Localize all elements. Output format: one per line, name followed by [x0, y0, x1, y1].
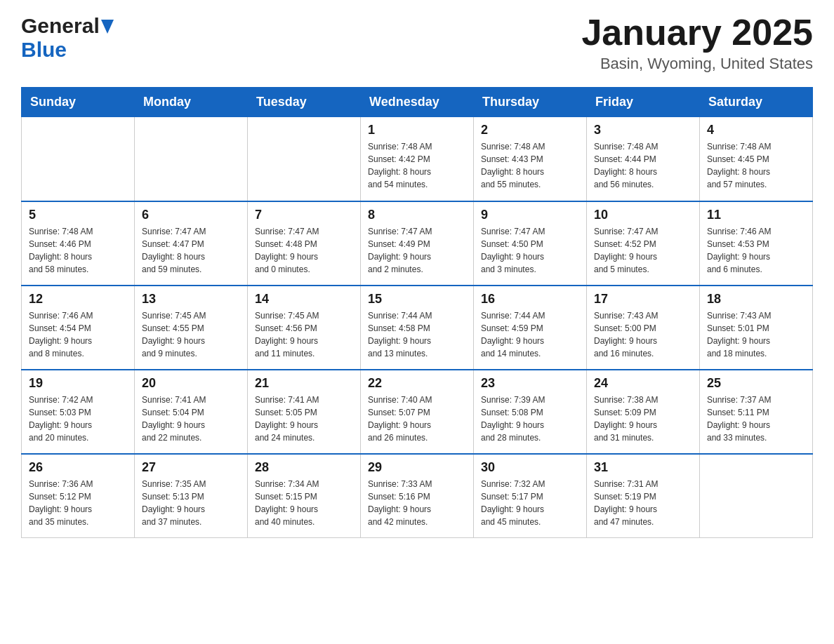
calendar-cell: 15Sunrise: 7:44 AM Sunset: 4:58 PM Dayli… [361, 286, 474, 370]
day-info: Sunrise: 7:34 AM Sunset: 5:15 PM Dayligh… [255, 478, 353, 528]
day-number: 16 [481, 292, 579, 307]
day-number: 28 [255, 460, 353, 475]
day-number: 19 [29, 376, 127, 391]
day-number: 5 [29, 208, 127, 222]
day-number: 23 [481, 376, 579, 391]
day-info: Sunrise: 7:47 AM Sunset: 4:52 PM Dayligh… [594, 225, 692, 276]
calendar-week-row: 26Sunrise: 7:36 AM Sunset: 5:12 PM Dayli… [22, 454, 813, 538]
day-number: 30 [481, 460, 579, 475]
logo: General Blue [21, 14, 114, 62]
day-info: Sunrise: 7:48 AM Sunset: 4:43 PM Dayligh… [481, 140, 579, 191]
day-number: 11 [707, 208, 805, 222]
day-info: Sunrise: 7:47 AM Sunset: 4:48 PM Dayligh… [255, 225, 353, 276]
day-info: Sunrise: 7:46 AM Sunset: 4:53 PM Dayligh… [707, 225, 805, 276]
location-text: Basin, Wyoming, United States [581, 55, 813, 73]
day-number: 24 [594, 376, 692, 391]
day-info: Sunrise: 7:45 AM Sunset: 4:56 PM Dayligh… [255, 309, 353, 360]
calendar-cell: 13Sunrise: 7:45 AM Sunset: 4:55 PM Dayli… [135, 286, 248, 370]
calendar-cell: 1Sunrise: 7:48 AM Sunset: 4:42 PM Daylig… [361, 117, 474, 201]
day-info: Sunrise: 7:40 AM Sunset: 5:07 PM Dayligh… [368, 394, 466, 444]
day-info: Sunrise: 7:47 AM Sunset: 4:47 PM Dayligh… [142, 225, 240, 276]
day-info: Sunrise: 7:48 AM Sunset: 4:46 PM Dayligh… [29, 225, 127, 276]
calendar-cell: 23Sunrise: 7:39 AM Sunset: 5:08 PM Dayli… [474, 370, 587, 454]
day-header-friday: Friday [587, 88, 700, 117]
calendar-cell: 4Sunrise: 7:48 AM Sunset: 4:45 PM Daylig… [700, 117, 813, 201]
calendar-cell: 21Sunrise: 7:41 AM Sunset: 5:05 PM Dayli… [248, 370, 361, 454]
day-info: Sunrise: 7:42 AM Sunset: 5:03 PM Dayligh… [29, 394, 127, 444]
day-header-saturday: Saturday [700, 88, 813, 117]
day-number: 4 [707, 123, 805, 137]
day-number: 9 [481, 208, 579, 222]
day-header-monday: Monday [135, 88, 248, 117]
day-number: 29 [368, 460, 466, 475]
day-number: 31 [594, 460, 692, 475]
calendar-week-row: 1Sunrise: 7:48 AM Sunset: 4:42 PM Daylig… [22, 117, 813, 201]
calendar-cell: 26Sunrise: 7:36 AM Sunset: 5:12 PM Dayli… [22, 454, 135, 538]
day-number: 8 [368, 208, 466, 222]
calendar-cell: 17Sunrise: 7:43 AM Sunset: 5:00 PM Dayli… [587, 286, 700, 370]
day-info: Sunrise: 7:31 AM Sunset: 5:19 PM Dayligh… [594, 478, 692, 528]
calendar-cell: 9Sunrise: 7:47 AM Sunset: 4:50 PM Daylig… [474, 201, 587, 286]
day-number: 18 [707, 292, 805, 307]
calendar-cell: 20Sunrise: 7:41 AM Sunset: 5:04 PM Dayli… [135, 370, 248, 454]
day-header-tuesday: Tuesday [248, 88, 361, 117]
day-number: 12 [29, 292, 127, 307]
day-info: Sunrise: 7:36 AM Sunset: 5:12 PM Dayligh… [29, 478, 127, 528]
day-number: 20 [142, 376, 240, 391]
day-info: Sunrise: 7:32 AM Sunset: 5:17 PM Dayligh… [481, 478, 579, 528]
day-number: 15 [368, 292, 466, 307]
calendar-week-row: 5Sunrise: 7:48 AM Sunset: 4:46 PM Daylig… [22, 201, 813, 286]
day-number: 25 [707, 376, 805, 391]
day-info: Sunrise: 7:43 AM Sunset: 5:00 PM Dayligh… [594, 309, 692, 360]
calendar-week-row: 12Sunrise: 7:46 AM Sunset: 4:54 PM Dayli… [22, 286, 813, 370]
logo-general-text: General [21, 14, 100, 38]
calendar-cell [700, 454, 813, 538]
day-number: 14 [255, 292, 353, 307]
calendar-cell: 30Sunrise: 7:32 AM Sunset: 5:17 PM Dayli… [474, 454, 587, 538]
calendar-header-row: SundayMondayTuesdayWednesdayThursdayFrid… [22, 88, 813, 117]
day-info: Sunrise: 7:44 AM Sunset: 4:59 PM Dayligh… [481, 309, 579, 360]
day-info: Sunrise: 7:41 AM Sunset: 5:05 PM Dayligh… [255, 394, 353, 444]
calendar-cell: 2Sunrise: 7:48 AM Sunset: 4:43 PM Daylig… [474, 117, 587, 201]
day-info: Sunrise: 7:43 AM Sunset: 5:01 PM Dayligh… [707, 309, 805, 360]
day-number: 13 [142, 292, 240, 307]
day-info: Sunrise: 7:48 AM Sunset: 4:44 PM Dayligh… [594, 140, 692, 191]
day-number: 21 [255, 376, 353, 391]
day-header-wednesday: Wednesday [361, 88, 474, 117]
calendar-cell: 3Sunrise: 7:48 AM Sunset: 4:44 PM Daylig… [587, 117, 700, 201]
page-header: General Blue January 2025 Basin, Wyoming… [21, 14, 813, 73]
day-info: Sunrise: 7:45 AM Sunset: 4:55 PM Dayligh… [142, 309, 240, 360]
calendar-week-row: 19Sunrise: 7:42 AM Sunset: 5:03 PM Dayli… [22, 370, 813, 454]
day-number: 3 [594, 123, 692, 137]
calendar-cell: 25Sunrise: 7:37 AM Sunset: 5:11 PM Dayli… [700, 370, 813, 454]
day-info: Sunrise: 7:47 AM Sunset: 4:49 PM Dayligh… [368, 225, 466, 276]
calendar-cell: 24Sunrise: 7:38 AM Sunset: 5:09 PM Dayli… [587, 370, 700, 454]
day-info: Sunrise: 7:38 AM Sunset: 5:09 PM Dayligh… [594, 394, 692, 444]
calendar-cell [22, 117, 135, 201]
day-info: Sunrise: 7:44 AM Sunset: 4:58 PM Dayligh… [368, 309, 466, 360]
day-number: 2 [481, 123, 579, 137]
day-number: 17 [594, 292, 692, 307]
calendar-cell: 18Sunrise: 7:43 AM Sunset: 5:01 PM Dayli… [700, 286, 813, 370]
day-info: Sunrise: 7:41 AM Sunset: 5:04 PM Dayligh… [142, 394, 240, 444]
svg-marker-0 [101, 20, 114, 34]
day-header-thursday: Thursday [474, 88, 587, 117]
calendar-cell: 31Sunrise: 7:31 AM Sunset: 5:19 PM Dayli… [587, 454, 700, 538]
calendar-cell: 19Sunrise: 7:42 AM Sunset: 5:03 PM Dayli… [22, 370, 135, 454]
day-info: Sunrise: 7:37 AM Sunset: 5:11 PM Dayligh… [707, 394, 805, 444]
day-number: 1 [368, 123, 466, 137]
calendar-cell: 22Sunrise: 7:40 AM Sunset: 5:07 PM Dayli… [361, 370, 474, 454]
logo-triangle-icon [101, 20, 114, 34]
calendar-cell: 27Sunrise: 7:35 AM Sunset: 5:13 PM Dayli… [135, 454, 248, 538]
day-info: Sunrise: 7:35 AM Sunset: 5:13 PM Dayligh… [142, 478, 240, 528]
calendar-cell: 12Sunrise: 7:46 AM Sunset: 4:54 PM Dayli… [22, 286, 135, 370]
day-info: Sunrise: 7:47 AM Sunset: 4:50 PM Dayligh… [481, 225, 579, 276]
calendar-table: SundayMondayTuesdayWednesdayThursdayFrid… [21, 87, 813, 538]
day-number: 27 [142, 460, 240, 475]
calendar-cell: 8Sunrise: 7:47 AM Sunset: 4:49 PM Daylig… [361, 201, 474, 286]
calendar-cell: 6Sunrise: 7:47 AM Sunset: 4:47 PM Daylig… [135, 201, 248, 286]
day-info: Sunrise: 7:46 AM Sunset: 4:54 PM Dayligh… [29, 309, 127, 360]
calendar-cell: 10Sunrise: 7:47 AM Sunset: 4:52 PM Dayli… [587, 201, 700, 286]
day-header-sunday: Sunday [22, 88, 135, 117]
month-title: January 2025 [581, 14, 813, 51]
